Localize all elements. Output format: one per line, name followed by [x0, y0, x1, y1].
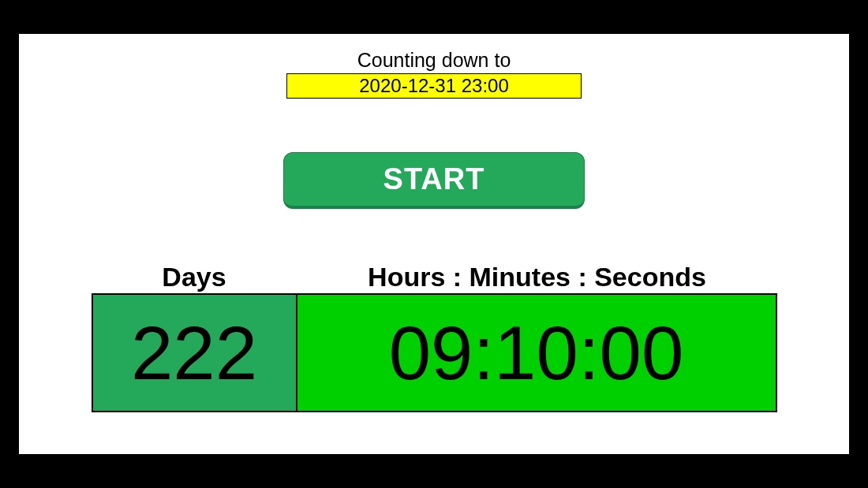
countdown-display: Days Hours : Minutes : Seconds 222 09:10…	[92, 260, 777, 413]
counting-down-to-label: Counting down to	[357, 50, 511, 72]
start-button[interactable]: START	[283, 152, 585, 209]
days-label: Days	[92, 260, 297, 294]
countdown-panel: Counting down to 2020-12-31 23:00 START …	[19, 34, 849, 454]
hms-value: 09:10:00	[297, 295, 776, 411]
days-value: 222	[93, 295, 297, 411]
target-datetime-field[interactable]: 2020-12-31 23:00	[286, 73, 582, 99]
hms-label: Hours : Minutes : Seconds	[297, 260, 777, 294]
